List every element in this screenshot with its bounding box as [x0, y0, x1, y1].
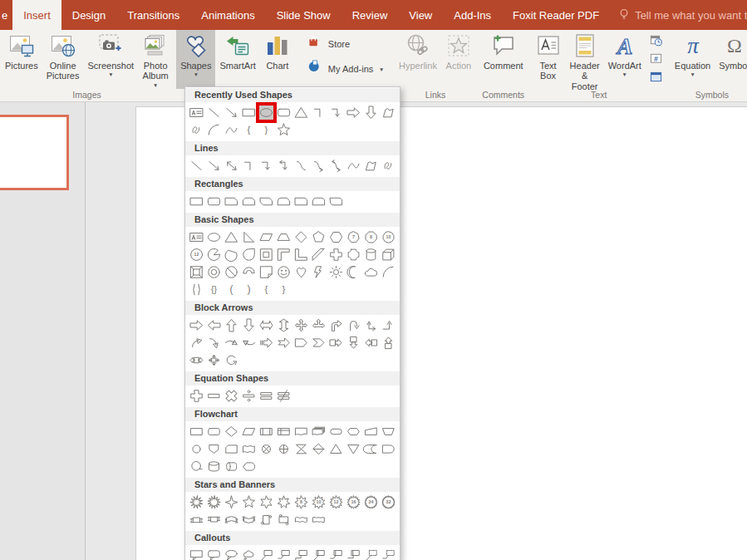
tab-transitions[interactable]: Transitions — [116, 0, 190, 30]
photo-album-button[interactable]: Photo Album▾ — [138, 30, 173, 89]
shape-round-rect[interactable] — [207, 194, 221, 209]
shape-fc-offpage[interactable] — [207, 442, 221, 456]
object-button[interactable] — [647, 69, 666, 85]
shape-can[interactable] — [364, 248, 378, 262]
action-button[interactable]: Action — [441, 30, 476, 89]
tab-add-ins[interactable]: Add-Ins — [443, 0, 502, 30]
shape-snip2d[interactable] — [259, 194, 273, 209]
shape-dec10[interactable]: 10 — [381, 230, 396, 244]
shape-arrow-quad[interactable] — [294, 318, 308, 332]
shape-oval[interactable] — [207, 230, 221, 244]
shape-lc3[interactable] — [294, 548, 308, 560]
shape-block-arc[interactable] — [242, 265, 256, 279]
shape-burst1[interactable] — [189, 495, 204, 509]
shape-fc-extract[interactable] — [329, 442, 343, 456]
shape-scroll-v[interactable] — [259, 513, 273, 527]
shape-fc-or[interactable] — [277, 442, 291, 456]
shape-co-right[interactable] — [329, 336, 343, 350]
shape-fc-merge[interactable] — [346, 442, 361, 456]
shape-curved-dbl[interactable] — [329, 159, 343, 173]
shape-arc[interactable] — [381, 265, 396, 279]
shape-dbl-wave[interactable] — [312, 513, 326, 527]
shape-co-round[interactable] — [207, 548, 221, 560]
shape-curve-right[interactable] — [189, 336, 204, 350]
shape-star10n[interactable]: 10 — [312, 495, 326, 509]
shape-oct8[interactable]: 8 — [364, 230, 378, 244]
shape-curved-arrow[interactable] — [312, 159, 326, 173]
shape-curve[interactable] — [224, 123, 238, 137]
shape-brace-r[interactable]: } — [277, 282, 291, 297]
tab-animations[interactable]: Animations — [190, 0, 265, 30]
shape-fc-stored[interactable] — [364, 442, 378, 456]
shape-plaque[interactable] — [346, 248, 361, 262]
comment-button[interactable]: Comment — [479, 30, 528, 89]
shape-minus[interactable] — [207, 389, 221, 403]
shape-ribbon-cu[interactable] — [224, 513, 238, 527]
shape-bent[interactable] — [329, 318, 343, 332]
shape-teardrop[interactable] — [242, 248, 256, 262]
shape-rect[interactable] — [189, 194, 204, 209]
shape-fc-internal[interactable] — [277, 425, 291, 439]
shape-arrow-right[interactable] — [189, 318, 204, 332]
shape-arrow[interactable] — [207, 159, 221, 173]
my-add-ins-button[interactable]: My Add-ins▾ — [302, 58, 388, 80]
shape-scroll-h[interactable] — [277, 513, 291, 527]
tab-slide-show[interactable]: Slide Show — [266, 0, 342, 30]
shape-textbox[interactable] — [189, 230, 204, 244]
shape-brace-l[interactable]: { — [259, 282, 273, 297]
tab-review[interactable]: Review — [342, 0, 399, 30]
shape-arrow-up[interactable] — [224, 318, 238, 332]
shape-fc-manin[interactable] — [364, 425, 378, 439]
shape-arrow-down[interactable] — [364, 106, 378, 120]
shape-star8n[interactable]: 8 — [294, 495, 308, 509]
shape-dbl-brace[interactable]: {} — [207, 282, 221, 297]
shape-arc[interactable] — [207, 123, 221, 137]
shape-scribble[interactable] — [381, 159, 396, 173]
slide-number-button[interactable]: # — [647, 51, 666, 66]
shape-pie[interactable] — [207, 248, 221, 262]
shape-frame[interactable] — [259, 248, 273, 262]
shape-trapezoid[interactable] — [277, 230, 291, 244]
shape-no-symbol[interactable] — [224, 265, 238, 279]
shape-notched[interactable] — [277, 336, 291, 350]
shape-chevron[interactable] — [312, 336, 326, 350]
shape-fc-collate[interactable] — [294, 442, 308, 456]
shape-fc-card[interactable] — [224, 442, 238, 456]
shape-arrow-left[interactable] — [207, 318, 221, 332]
shape-arrow[interactable] — [224, 106, 238, 120]
shape-cube[interactable] — [381, 248, 396, 262]
shape-lc2[interactable] — [277, 548, 291, 560]
shape-brace-r[interactable]: } — [259, 123, 273, 137]
shape-star5[interactable] — [242, 495, 256, 509]
shape-star16n[interactable]: 16 — [346, 495, 361, 509]
shape-scribble[interactable] — [189, 123, 204, 137]
shape-curve-left[interactable] — [207, 336, 221, 350]
shape-burst2[interactable] — [207, 495, 221, 509]
shape-line[interactable] — [207, 106, 221, 120]
shape-star5[interactable] — [277, 123, 291, 137]
tab-design[interactable]: Design — [61, 0, 116, 30]
tab-insert[interactable]: Insert — [12, 0, 61, 30]
shape-half-frame[interactable] — [277, 248, 291, 262]
slide-thumbnail-panel[interactable] — [0, 102, 86, 560]
text-box-button[interactable]: Text Box — [531, 30, 566, 89]
shape-bracket-l[interactable]: ( — [224, 282, 238, 297]
shape-fc-term[interactable] — [329, 425, 343, 439]
wordart-button[interactable]: AWordArt▾ — [604, 30, 646, 89]
shape-lc2a[interactable] — [329, 548, 343, 560]
shape-fc-display[interactable] — [242, 459, 256, 474]
shape-donut[interactable] — [207, 265, 221, 279]
shape-freeform[interactable] — [364, 159, 378, 173]
header-footer-button[interactable]: Header & Footer — [566, 30, 604, 89]
shape-diamond[interactable] — [294, 230, 308, 244]
date-time-button[interactable] — [647, 32, 666, 48]
shape-fc-manop[interactable] — [381, 425, 396, 439]
shape-arrow-lru[interactable] — [312, 318, 326, 332]
shape-l-shape[interactable] — [294, 248, 308, 262]
shape-fc-seq[interactable] — [189, 459, 204, 474]
shape-co-oval[interactable] — [224, 548, 238, 560]
shape-curved[interactable] — [294, 159, 308, 173]
shape-curve[interactable] — [346, 159, 361, 173]
store-button[interactable]: Store — [302, 33, 388, 55]
shape-chord[interactable] — [224, 248, 238, 262]
